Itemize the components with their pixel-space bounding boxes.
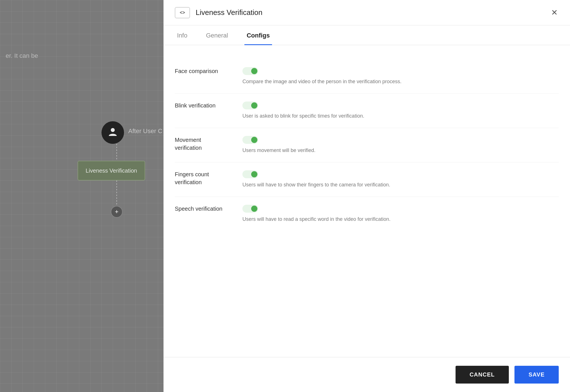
speech-verification-label: Speech verification	[175, 206, 222, 212]
close-button[interactable]: ✕	[550, 8, 559, 18]
panel-footer: CANCEL SAVE	[164, 357, 570, 392]
canvas-background: er. It can be After User C Liveness Veri…	[0, 0, 164, 392]
tab-configs[interactable]: Configs	[244, 32, 272, 45]
flow-node-liveness: Liveness Verification	[78, 161, 145, 180]
face-comparison-label: Face comparison	[175, 68, 218, 74]
tab-general[interactable]: General	[204, 32, 230, 45]
toggle-track	[242, 67, 258, 75]
flow-node-user-label: After User C	[128, 127, 162, 135]
face-comparison-description: Compare the image and video of the perso…	[242, 78, 559, 85]
movement-verification-label: Movementverification	[175, 137, 202, 151]
toggle-track	[242, 136, 258, 144]
panel-content: Face comparison Compare the image and vi…	[164, 45, 570, 357]
config-label-col: Movementverification	[175, 136, 242, 152]
svg-point-0	[111, 128, 115, 132]
blink-verification-description: User is asked to blink for specific time…	[242, 112, 559, 120]
config-label-col: Face comparison	[175, 67, 242, 75]
face-comparison-right: Compare the image and video of the perso…	[242, 67, 559, 85]
flow-add-icon: +	[115, 209, 119, 215]
flow-connector-bottom	[116, 180, 117, 206]
blink-verification-right: User is asked to blink for specific time…	[242, 102, 559, 120]
toggle-thumb	[251, 68, 257, 74]
fingers-count-label: Fingers countverification	[175, 171, 209, 185]
fingers-count-right: Users will have to show their fingers to…	[242, 170, 559, 189]
config-label-col: Speech verification	[175, 205, 242, 213]
config-label-col: Blink verification	[175, 102, 242, 109]
face-comparison-toggle-wrapper[interactable]	[242, 67, 559, 75]
tabs-bar: Info General Configs	[164, 25, 570, 45]
config-label-col: Fingers countverification	[175, 170, 242, 186]
flow-node-user	[101, 121, 124, 144]
toggle-track	[242, 102, 258, 109]
panel-header: <> Liveness Verification ✕	[164, 0, 570, 25]
speech-verification-right: Users will have to read a specific word …	[242, 205, 559, 223]
speech-verification-toggle-wrapper[interactable]	[242, 205, 559, 213]
toggle-track	[242, 205, 258, 213]
flow-connector-top	[116, 144, 117, 161]
speech-verification-toggle[interactable]	[242, 205, 258, 213]
toggle-thumb	[251, 171, 257, 177]
blink-verification-toggle-wrapper[interactable]	[242, 102, 559, 109]
movement-verification-toggle-wrapper[interactable]	[242, 136, 559, 144]
code-icon-box: <>	[175, 7, 190, 18]
config-row-speech-verification: Speech verification Users will have to r…	[175, 197, 559, 231]
panel-title: Liveness Verification	[196, 8, 262, 17]
user-avatar-icon	[108, 126, 118, 139]
face-comparison-toggle[interactable]	[242, 67, 258, 75]
code-icon: <>	[180, 10, 185, 15]
movement-verification-description: Users movement will be verified.	[242, 147, 559, 154]
flow-node-liveness-label: Liveness Verification	[86, 168, 137, 174]
fingers-count-description: Users will have to show their fingers to…	[242, 181, 559, 189]
config-row-face-comparison: Face comparison Compare the image and vi…	[175, 59, 559, 94]
toggle-thumb	[251, 137, 257, 143]
speech-verification-description: Users will have to read a specific word …	[242, 215, 559, 223]
toggle-thumb	[251, 102, 257, 109]
config-row-fingers-count: Fingers countverification Users will hav…	[175, 162, 559, 197]
flow-add-button[interactable]: +	[111, 206, 123, 218]
save-button[interactable]: SAVE	[514, 366, 559, 384]
blink-verification-label: Blink verification	[175, 102, 216, 109]
movement-verification-right: Users movement will be verified.	[242, 136, 559, 154]
fingers-count-toggle[interactable]	[242, 170, 258, 178]
config-row-movement-verification: Movementverification Users movement will…	[175, 128, 559, 162]
config-row-blink-verification: Blink verification User is asked to blin…	[175, 94, 559, 128]
panel-header-left: <> Liveness Verification	[175, 7, 262, 18]
blink-verification-toggle[interactable]	[242, 102, 258, 109]
toggle-thumb	[251, 206, 257, 212]
fingers-count-toggle-wrapper[interactable]	[242, 170, 559, 178]
cancel-button[interactable]: CANCEL	[456, 366, 509, 384]
config-panel: <> Liveness Verification ✕ Info General …	[164, 0, 570, 392]
flow-background-text: er. It can be	[6, 52, 38, 60]
toggle-track	[242, 170, 258, 178]
movement-verification-toggle[interactable]	[242, 136, 258, 144]
tab-info[interactable]: Info	[175, 32, 190, 45]
